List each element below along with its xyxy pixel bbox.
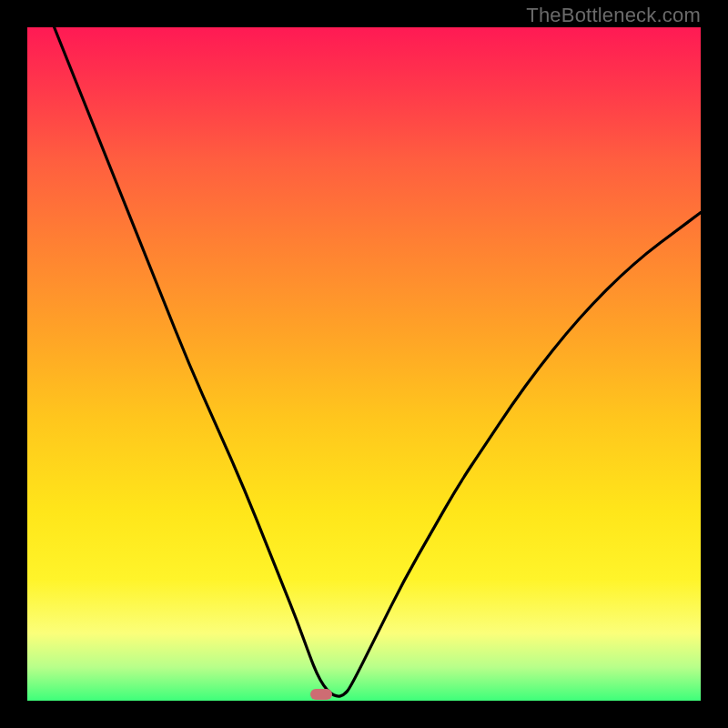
- watermark-text: TheBottleneck.com: [526, 4, 701, 27]
- bottleneck-curve: [0, 0, 728, 728]
- optimal-marker: [310, 689, 332, 700]
